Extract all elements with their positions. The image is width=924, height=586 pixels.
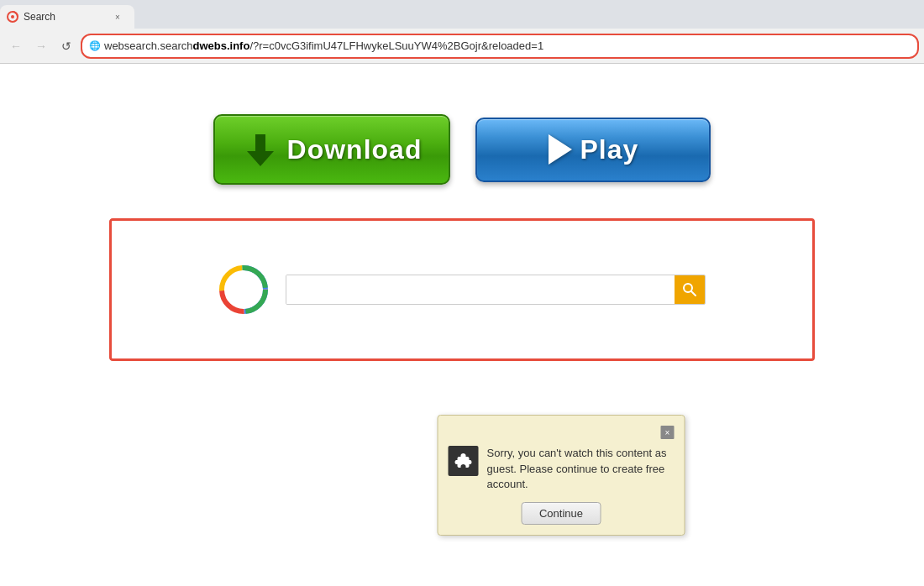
refresh-button[interactable]: ↺: [55, 35, 77, 57]
search-input-wrapper: [286, 275, 706, 305]
browser-toolbar: ← → ↺ 🌐 websearch.searchdwebs.info/?r=c0…: [0, 29, 924, 64]
popup-footer: Continue: [449, 502, 675, 525]
tab-title: Search: [24, 11, 106, 23]
puzzle-icon: [454, 451, 474, 471]
popup-icon: [449, 446, 479, 476]
popup-header: ×: [449, 426, 675, 439]
play-icon: [549, 134, 572, 165]
address-bar[interactable]: 🌐 websearch.searchdwebs.info/?r=c0vcG3if…: [81, 34, 919, 59]
popup-close-button[interactable]: ×: [661, 426, 675, 439]
page-icon: 🌐: [89, 40, 101, 51]
download-label: Download: [287, 134, 423, 165]
play-label: Play: [580, 134, 639, 165]
svg-rect-2: [255, 134, 265, 151]
address-text: websearch.searchdwebs.info/?r=c0vcG3ifim…: [104, 39, 911, 52]
search-area: [109, 218, 815, 361]
search-input[interactable]: [286, 275, 675, 304]
play-button[interactable]: Play: [475, 118, 711, 182]
svg-line-9: [691, 291, 696, 296]
back-button[interactable]: ←: [5, 35, 27, 57]
popup-dialog: × Sorry, you can't watch this content as…: [438, 415, 685, 536]
page-content: Download Play: [0, 64, 924, 586]
search-submit-button[interactable]: [675, 275, 705, 305]
forward-button[interactable]: →: [30, 35, 52, 57]
svg-point-1: [11, 15, 14, 18]
browser-frame: Search × ← → ↺ 🌐 websearch.searchdwebs.i…: [0, 0, 924, 586]
continue-button[interactable]: Continue: [522, 502, 601, 525]
popup-body: Sorry, you can't watch this content as g…: [449, 446, 675, 492]
download-button[interactable]: Download: [213, 114, 451, 185]
popup-message: Sorry, you can't watch this content as g…: [487, 446, 675, 492]
tab-close-button[interactable]: ×: [111, 10, 124, 24]
browser-tab[interactable]: Search ×: [0, 5, 134, 29]
google-logo: [218, 264, 269, 315]
tab-bar: Search ×: [0, 0, 924, 29]
search-icon: [682, 282, 697, 297]
tab-favicon: [7, 11, 18, 23]
download-icon: [242, 131, 279, 168]
svg-marker-3: [247, 151, 274, 166]
action-buttons-area: Download Play: [213, 114, 711, 185]
